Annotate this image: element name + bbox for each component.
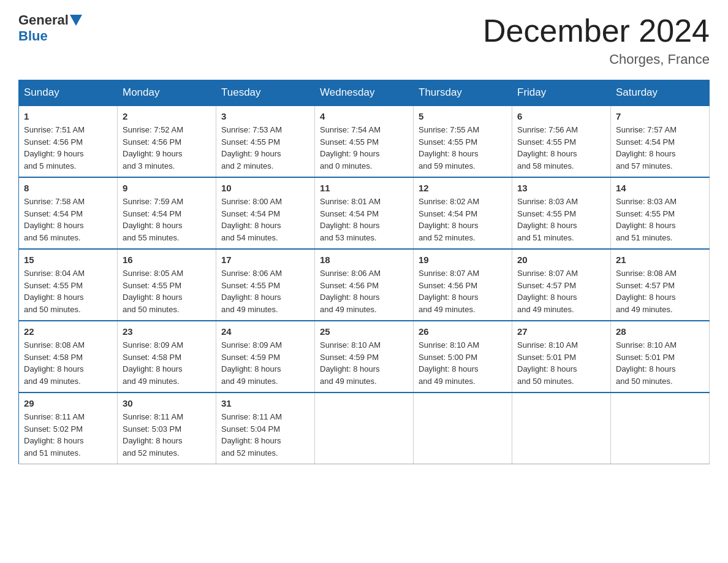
calendar-cell: 29 Sunrise: 8:11 AMSunset: 5:02 PMDaylig…	[19, 393, 118, 464]
calendar-cell	[315, 393, 414, 464]
day-info: Sunrise: 7:59 AMSunset: 4:54 PMDaylight:…	[123, 196, 211, 243]
calendar-week-row: 15 Sunrise: 8:04 AMSunset: 4:55 PMDaylig…	[19, 249, 710, 321]
logo: General Blue	[18, 12, 83, 44]
calendar-week-row: 29 Sunrise: 8:11 AMSunset: 5:02 PMDaylig…	[19, 393, 710, 464]
day-info: Sunrise: 8:00 AMSunset: 4:54 PMDaylight:…	[221, 196, 309, 243]
day-number: 8	[24, 183, 112, 193]
calendar-cell: 30 Sunrise: 8:11 AMSunset: 5:03 PMDaylig…	[118, 393, 216, 464]
calendar-cell: 3 Sunrise: 7:53 AMSunset: 4:55 PMDayligh…	[216, 105, 315, 177]
location-title: Chorges, France	[483, 52, 710, 67]
day-info: Sunrise: 8:11 AMSunset: 5:02 PMDaylight:…	[24, 411, 112, 459]
day-info: Sunrise: 8:01 AMSunset: 4:54 PMDaylight:…	[320, 196, 408, 243]
day-of-week-header-tuesday: Tuesday	[216, 80, 315, 106]
day-info: Sunrise: 8:10 AMSunset: 5:01 PMDaylight:…	[616, 339, 704, 387]
day-number: 17	[221, 255, 309, 265]
day-of-week-header-thursday: Thursday	[414, 80, 512, 106]
day-info: Sunrise: 7:53 AMSunset: 4:55 PMDaylight:…	[221, 124, 309, 172]
calendar-cell	[414, 393, 512, 464]
day-info: Sunrise: 8:07 AMSunset: 4:56 PMDaylight:…	[419, 267, 507, 315]
calendar-cell: 11 Sunrise: 8:01 AMSunset: 4:54 PMDaylig…	[315, 177, 414, 249]
calendar-table: SundayMondayTuesdayWednesdayThursdayFrid…	[18, 80, 710, 464]
day-number: 11	[320, 183, 408, 193]
calendar-week-row: 1 Sunrise: 7:51 AMSunset: 4:56 PMDayligh…	[19, 105, 710, 177]
calendar-cell: 18 Sunrise: 8:06 AMSunset: 4:56 PMDaylig…	[315, 249, 414, 321]
day-number: 24	[221, 326, 309, 337]
day-info: Sunrise: 7:55 AMSunset: 4:55 PMDaylight:…	[419, 124, 507, 172]
day-number: 16	[123, 255, 211, 265]
day-number: 5	[419, 111, 507, 121]
day-info: Sunrise: 8:11 AMSunset: 5:04 PMDaylight:…	[221, 411, 309, 459]
day-number: 7	[616, 111, 704, 121]
calendar-cell: 8 Sunrise: 7:58 AMSunset: 4:54 PMDayligh…	[19, 177, 118, 249]
day-info: Sunrise: 8:06 AMSunset: 4:56 PMDaylight:…	[320, 267, 408, 315]
day-of-week-header-monday: Monday	[118, 80, 216, 106]
day-info: Sunrise: 8:10 AMSunset: 5:00 PMDaylight:…	[419, 339, 507, 387]
day-number: 1	[24, 111, 112, 121]
calendar-cell: 27 Sunrise: 8:10 AMSunset: 5:01 PMDaylig…	[512, 321, 611, 393]
day-info: Sunrise: 8:08 AMSunset: 4:58 PMDaylight:…	[24, 339, 112, 387]
day-number: 2	[123, 111, 211, 121]
calendar-cell: 6 Sunrise: 7:56 AMSunset: 4:55 PMDayligh…	[512, 105, 611, 177]
calendar-cell: 10 Sunrise: 8:00 AMSunset: 4:54 PMDaylig…	[216, 177, 315, 249]
day-info: Sunrise: 7:51 AMSunset: 4:56 PMDaylight:…	[24, 124, 112, 172]
calendar-cell: 21 Sunrise: 8:08 AMSunset: 4:57 PMDaylig…	[611, 249, 710, 321]
day-number: 18	[320, 255, 408, 265]
day-of-week-header-wednesday: Wednesday	[315, 80, 414, 106]
logo-triangle-icon	[70, 15, 82, 26]
calendar-cell: 16 Sunrise: 8:05 AMSunset: 4:55 PMDaylig…	[118, 249, 216, 321]
calendar-cell: 31 Sunrise: 8:11 AMSunset: 5:04 PMDaylig…	[216, 393, 315, 464]
day-number: 21	[616, 255, 704, 265]
day-number: 10	[221, 183, 309, 193]
calendar-cell: 9 Sunrise: 7:59 AMSunset: 4:54 PMDayligh…	[118, 177, 216, 249]
day-of-week-header-sunday: Sunday	[19, 80, 118, 106]
day-of-week-header-saturday: Saturday	[611, 80, 710, 106]
day-info: Sunrise: 7:52 AMSunset: 4:56 PMDaylight:…	[123, 124, 211, 172]
day-number: 23	[123, 326, 211, 337]
day-info: Sunrise: 8:02 AMSunset: 4:54 PMDaylight:…	[419, 196, 507, 243]
day-info: Sunrise: 8:07 AMSunset: 4:57 PMDaylight:…	[517, 267, 605, 315]
day-info: Sunrise: 7:58 AMSunset: 4:54 PMDaylight:…	[24, 196, 112, 243]
calendar-cell: 28 Sunrise: 8:10 AMSunset: 5:01 PMDaylig…	[611, 321, 710, 393]
day-of-week-header-friday: Friday	[512, 80, 611, 106]
day-number: 29	[24, 398, 112, 408]
day-number: 20	[517, 255, 605, 265]
day-number: 30	[123, 398, 211, 408]
day-number: 4	[320, 111, 408, 121]
calendar-cell	[512, 393, 611, 464]
calendar-cell: 17 Sunrise: 8:06 AMSunset: 4:55 PMDaylig…	[216, 249, 315, 321]
day-number: 27	[517, 326, 605, 337]
day-info: Sunrise: 8:05 AMSunset: 4:55 PMDaylight:…	[123, 267, 211, 315]
calendar-cell: 14 Sunrise: 8:03 AMSunset: 4:55 PMDaylig…	[611, 177, 710, 249]
day-info: Sunrise: 8:10 AMSunset: 5:01 PMDaylight:…	[517, 339, 605, 387]
page-header: General Blue December 2024 Chorges, Fran…	[18, 12, 710, 67]
day-number: 15	[24, 255, 112, 265]
day-number: 25	[320, 326, 408, 337]
month-title: December 2024	[483, 12, 710, 49]
calendar-cell: 7 Sunrise: 7:57 AMSunset: 4:54 PMDayligh…	[611, 105, 710, 177]
calendar-week-row: 22 Sunrise: 8:08 AMSunset: 4:58 PMDaylig…	[19, 321, 710, 393]
calendar-cell: 15 Sunrise: 8:04 AMSunset: 4:55 PMDaylig…	[19, 249, 118, 321]
day-info: Sunrise: 8:08 AMSunset: 4:57 PMDaylight:…	[616, 267, 704, 315]
calendar-cell: 5 Sunrise: 7:55 AMSunset: 4:55 PMDayligh…	[414, 105, 512, 177]
logo-general-text: General	[18, 12, 69, 28]
calendar-cell: 13 Sunrise: 8:03 AMSunset: 4:55 PMDaylig…	[512, 177, 611, 249]
calendar-cell: 25 Sunrise: 8:10 AMSunset: 4:59 PMDaylig…	[315, 321, 414, 393]
day-info: Sunrise: 8:03 AMSunset: 4:55 PMDaylight:…	[616, 196, 704, 243]
day-number: 28	[616, 326, 704, 337]
day-info: Sunrise: 7:56 AMSunset: 4:55 PMDaylight:…	[517, 124, 605, 172]
calendar-header-row: SundayMondayTuesdayWednesdayThursdayFrid…	[19, 80, 710, 106]
day-info: Sunrise: 8:09 AMSunset: 4:59 PMDaylight:…	[221, 339, 309, 387]
day-info: Sunrise: 8:03 AMSunset: 4:55 PMDaylight:…	[517, 196, 605, 243]
day-number: 6	[517, 111, 605, 121]
calendar-cell: 26 Sunrise: 8:10 AMSunset: 5:00 PMDaylig…	[414, 321, 512, 393]
title-block: December 2024 Chorges, France	[483, 12, 710, 67]
day-info: Sunrise: 8:11 AMSunset: 5:03 PMDaylight:…	[123, 411, 211, 459]
day-number: 12	[419, 183, 507, 193]
day-number: 22	[24, 326, 112, 337]
day-info: Sunrise: 8:06 AMSunset: 4:55 PMDaylight:…	[221, 267, 309, 315]
day-info: Sunrise: 8:04 AMSunset: 4:55 PMDaylight:…	[24, 267, 112, 315]
calendar-cell: 24 Sunrise: 8:09 AMSunset: 4:59 PMDaylig…	[216, 321, 315, 393]
day-number: 19	[419, 255, 507, 265]
calendar-cell: 20 Sunrise: 8:07 AMSunset: 4:57 PMDaylig…	[512, 249, 611, 321]
calendar-cell: 1 Sunrise: 7:51 AMSunset: 4:56 PMDayligh…	[19, 105, 118, 177]
